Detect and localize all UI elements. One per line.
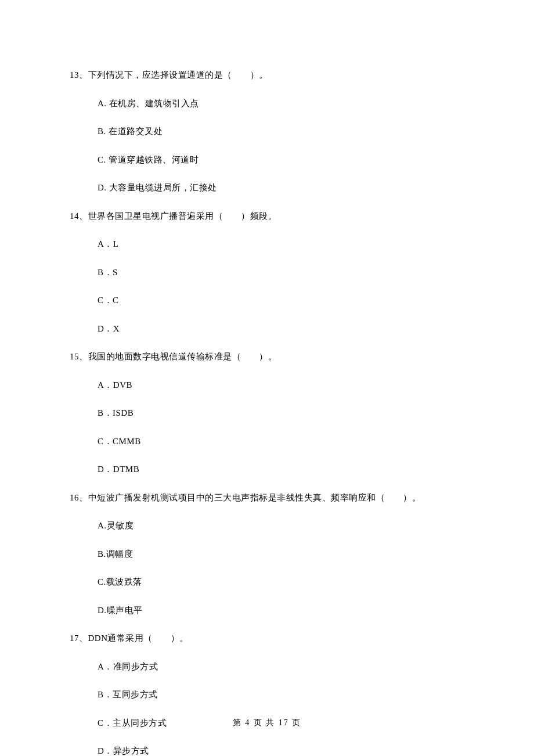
option-d: D. 大容量电缆进局所，汇接处 — [98, 181, 464, 195]
option-a: A．DVB — [98, 379, 464, 392]
option-a: A. 在机房、建筑物引入点 — [98, 97, 464, 110]
option-b: B．互同步方式 — [98, 688, 464, 701]
question-14: 14、世界各国卫星电视广播普遍采用（ ）频段。 A．L B．S C．C D．X — [70, 210, 464, 336]
option-d: D．异步方式 — [98, 744, 464, 756]
question-text: 14、世界各国卫星电视广播普遍采用（ ）频段。 — [70, 210, 464, 223]
option-b: B.调幅度 — [98, 548, 464, 561]
option-d: D.噪声电平 — [98, 604, 464, 617]
question-text: 13、下列情况下，应选择设置通道的是（ ）。 — [70, 69, 464, 82]
question-text: 17、DDN通常采用（ ）。 — [70, 632, 464, 645]
option-c: C．CMMB — [98, 435, 464, 448]
question-text: 16、中短波广播发射机测试项目中的三大电声指标是非线性失真、频率响应和（ ）。 — [70, 491, 464, 505]
option-b: B. 在道路交叉处 — [98, 125, 464, 138]
question-17: 17、DDN通常采用（ ）。 A．准同步方式 B．互同步方式 C．主从同步方式 … — [70, 632, 464, 756]
option-b: B．ISDB — [98, 406, 464, 420]
option-c: C．C — [98, 294, 464, 307]
page-content: 13、下列情况下，应选择设置通道的是（ ）。 A. 在机房、建筑物引入点 B. … — [0, 0, 534, 756]
option-a: A.灵敏度 — [98, 519, 464, 532]
option-c: C.载波跌落 — [98, 575, 464, 589]
question-16: 16、中短波广播发射机测试项目中的三大电声指标是非线性失真、频率响应和（ ）。 … — [70, 491, 464, 617]
question-15: 15、我国的地面数字电视信道传输标准是（ ）。 A．DVB B．ISDB C．C… — [70, 350, 464, 476]
option-a: A．L — [98, 237, 464, 251]
option-c: C. 管道穿越铁路、河道时 — [98, 153, 464, 167]
option-d: D．X — [98, 322, 464, 336]
question-13: 13、下列情况下，应选择设置通道的是（ ）。 A. 在机房、建筑物引入点 B. … — [70, 69, 464, 195]
option-a: A．准同步方式 — [98, 660, 464, 674]
option-d: D．DTMB — [98, 463, 464, 476]
question-text: 15、我国的地面数字电视信道传输标准是（ ）。 — [70, 350, 464, 363]
page-footer: 第 4 页 共 17 页 — [0, 718, 534, 728]
option-b: B．S — [98, 266, 464, 279]
